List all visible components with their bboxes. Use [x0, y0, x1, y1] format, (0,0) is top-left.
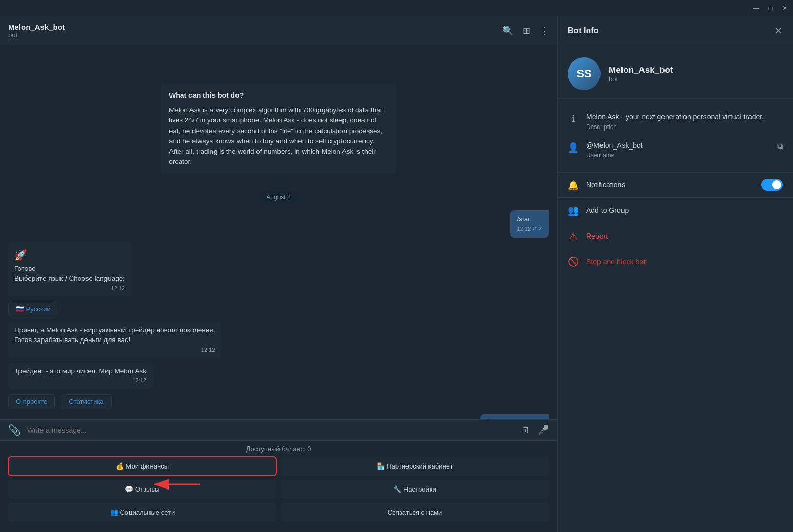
message-row-ready: 🚀 Готово Выберите язык / Choose language… — [8, 242, 549, 296]
report-label: Report — [586, 232, 608, 240]
bell-icon: 🔔 — [568, 180, 579, 191]
msg-text-ready: Готово — [14, 264, 125, 274]
messages-area: What can this bot do? Melon Ask is a ver… — [0, 45, 557, 419]
chat-header-actions: 🔍 ⊞ ⋮ — [502, 25, 549, 36]
kb-row-1: 💰 Мои финансы 🏪 Партнерский кабинет — [8, 457, 549, 476]
stop-block-icon: 🚫 — [568, 256, 579, 267]
msg-meta-start: 12:12 ✓✓ — [517, 225, 543, 233]
close-window-button[interactable]: ✕ — [781, 4, 789, 12]
kb-reviews-button[interactable]: 💬 Отзывы — [8, 480, 276, 499]
mic-icon[interactable]: 🎤 — [538, 424, 549, 436]
description-content: Melon Ask - your next generation persona… — [586, 112, 783, 131]
chat-header-info: Melon_Ask_bot bot — [8, 23, 502, 39]
info-section-description: ℹ Melon Ask - your next generation perso… — [558, 99, 793, 173]
description-label: Description — [586, 123, 783, 131]
message-row-greeting: Привет, я Melon Ask - виртуальный трейде… — [8, 322, 549, 358]
read-check-icon: ✓✓ — [532, 225, 543, 233]
msg-text-greet2: Готов зарабатывать деньги для вас! — [14, 335, 215, 345]
bubble-ready: 🚀 Готово Выберите язык / Choose language… — [8, 242, 131, 296]
app-body: Melon_Ask_bot bot 🔍 ⊞ ⋮ What can this bo… — [0, 16, 793, 532]
add-group-icon: 👥 — [568, 205, 579, 216]
msg-meta-trading: 12:12 — [14, 377, 146, 385]
panel-title: Bot Info — [568, 26, 598, 35]
stop-block-label: Stop and block bot — [586, 258, 646, 266]
username-text: @Melon_Ask_bot — [586, 141, 770, 151]
msg-meta-ready: 12:12 — [14, 285, 125, 292]
report-row[interactable]: ⚠ Report — [558, 223, 793, 249]
bot-profile-tag: bot — [609, 75, 673, 83]
message-row-mainmenu: 🔔 Главное меню 12:12 SS — [8, 414, 549, 419]
panel-header: Bot Info ✕ — [558, 16, 793, 45]
copy-username-button[interactable]: ⧉ — [777, 142, 783, 151]
username-content: @Melon_Ask_bot Username — [586, 141, 770, 159]
menu-icon[interactable]: ⋮ — [540, 25, 549, 36]
kb-settings-button[interactable]: 🔧 Настройки — [281, 480, 549, 499]
msg-text-chooselang: Выберите язык / Choose language: — [14, 274, 125, 284]
choice-btn-russian[interactable]: 🇷🇺 Русский — [8, 302, 58, 316]
kb-row-2: 💬 Отзывы 🔧 Настройки — [8, 480, 549, 499]
add-to-group-row[interactable]: 👥 Add to Group — [558, 198, 793, 223]
add-to-group-label: Add to Group — [586, 206, 629, 215]
attach-icon[interactable]: 📎 — [8, 424, 21, 436]
bot-profile-name: Melon_Ask_bot — [609, 65, 673, 75]
choice-btn-project[interactable]: О проекте — [8, 394, 55, 409]
columns-icon[interactable]: ⊞ — [523, 25, 530, 36]
kb-contact-button[interactable]: Связаться с нами — [281, 503, 549, 522]
kb-row-3: 👥 Социальные сети Связаться с нами — [8, 503, 549, 522]
description-text: Melon Ask - your next generation persona… — [586, 112, 783, 122]
notifications-row: 🔔 Notifications — [558, 173, 793, 198]
bot-profile-info: Melon_Ask_bot bot — [609, 65, 673, 83]
choice-btn-stats[interactable]: Статистика — [61, 394, 111, 409]
search-icon[interactable]: 🔍 — [502, 25, 513, 36]
notifications-label: Notifications — [586, 181, 754, 189]
bubble-start: /start 12:12 ✓✓ — [510, 210, 549, 238]
bot-profile: SS Melon_Ask_bot bot — [558, 45, 793, 99]
bot-intro-title: What can this bot do? — [169, 90, 388, 101]
msg-text-start: /start — [517, 215, 532, 223]
rocket-emoji: 🚀 — [14, 248, 125, 262]
input-area: 📎 🗓 🎤 — [0, 419, 557, 440]
message-row-choices: О проекте Статистика — [8, 393, 549, 410]
bot-intro-card: What can this bot do? Melon Ask is a ver… — [161, 84, 396, 174]
stop-block-row[interactable]: 🚫 Stop and block bot — [558, 249, 793, 274]
report-icon: ⚠ — [568, 230, 579, 242]
chat-header: Melon_Ask_bot bot 🔍 ⊞ ⋮ — [0, 16, 557, 45]
bubble-mainmenu: 🔔 Главное меню 12:12 — [480, 414, 549, 419]
balance-display: Доступный баланс: 0 — [8, 445, 549, 453]
input-right-icons: 🗓 🎤 — [521, 424, 549, 436]
chat-title: Melon_Ask_bot — [8, 23, 502, 31]
notifications-toggle[interactable] — [761, 179, 783, 191]
info-icon-desc: ℹ — [568, 113, 579, 124]
maximize-button[interactable]: □ — [766, 4, 775, 12]
date-separator: August 2 — [8, 192, 549, 201]
msg-text-trading: Трейдинг - это мир чисел. Мир Melon Ask — [14, 367, 146, 376]
bubble-trading: Трейдинг - это мир чисел. Мир Melon Ask … — [8, 363, 153, 389]
message-row-trading: Трейдинг - это мир чисел. Мир Melon Ask … — [8, 363, 549, 389]
window-controls: — □ ✕ — [752, 4, 789, 12]
bubble-greeting: Привет, я Melon Ask - виртуальный трейде… — [8, 322, 221, 358]
kb-social-button[interactable]: 👥 Социальные сети — [8, 503, 276, 522]
info-icon-username: 👤 — [568, 142, 579, 153]
schedule-icon[interactable]: 🗓 — [521, 425, 530, 436]
message-row-start: /start 12:12 ✓✓ — [8, 210, 549, 238]
bot-info-panel: Bot Info ✕ SS Melon_Ask_bot bot ℹ Melon … — [558, 16, 793, 532]
message-row-russian: 🇷🇺 Русский — [8, 301, 549, 317]
bot-avatar: SS — [568, 57, 601, 90]
description-row: ℹ Melon Ask - your next generation perso… — [568, 107, 783, 136]
message-input[interactable] — [27, 426, 515, 434]
minimize-button[interactable]: — — [752, 4, 760, 12]
username-row: 👤 @Melon_Ask_bot Username ⧉ — [568, 136, 783, 164]
msg-text-greet1: Привет, я Melon Ask - виртуальный трейде… — [14, 326, 215, 335]
chat-subtitle: bot — [8, 31, 502, 39]
kb-partner-cabinet-button[interactable]: 🏪 Партнерский кабинет — [281, 457, 549, 476]
chat-container: Melon_Ask_bot bot 🔍 ⊞ ⋮ What can this bo… — [0, 16, 558, 532]
close-panel-button[interactable]: ✕ — [774, 25, 783, 37]
msg-meta-greeting: 12:12 — [14, 346, 215, 354]
keyboard-area: Доступный баланс: 0 💰 Мои финансы 🏪 Парт… — [0, 440, 557, 532]
kb-my-finances-button[interactable]: 💰 Мои финансы — [8, 457, 276, 476]
title-bar: — □ ✕ — [0, 0, 793, 16]
bot-intro-body: Melon Ask is a very complex algorithm wi… — [169, 105, 388, 167]
username-label: Username — [586, 152, 770, 159]
